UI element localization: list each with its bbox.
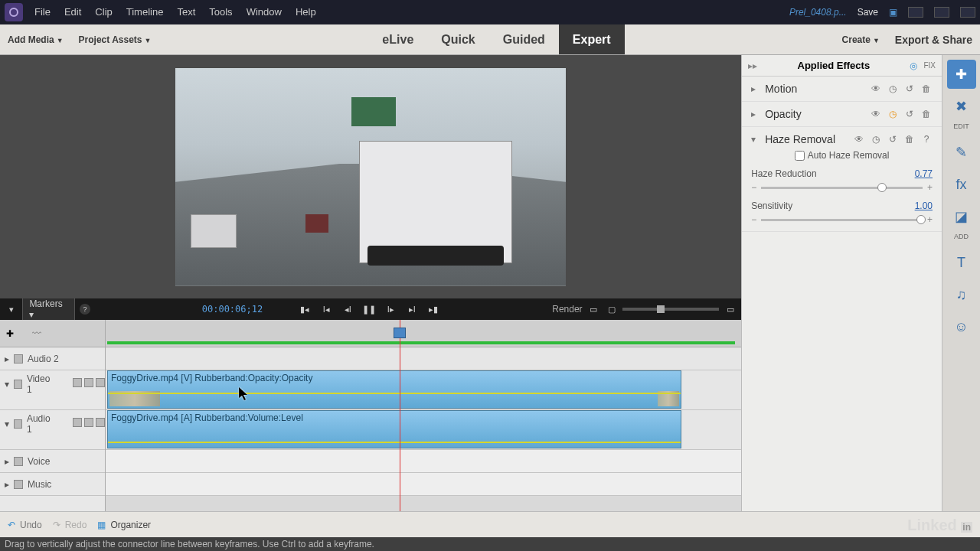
effect-haze-removal[interactable]: ▾ Haze Removal 👁 ◷ ↺ 🗑 ? Auto Haze Remov…: [742, 127, 942, 232]
goto-end-icon[interactable]: ▸▮: [426, 303, 440, 315]
chevron-down-icon[interactable]: ▾: [751, 134, 759, 145]
goto-start-icon[interactable]: ▮◂: [298, 303, 312, 315]
menu-clip[interactable]: Clip: [88, 0, 119, 24]
maximize-button[interactable]: [934, 7, 949, 18]
stopwatch-icon[interactable]: ◷: [887, 108, 899, 120]
filmstrip-icon[interactable]: [14, 380, 22, 389]
trash-icon[interactable]: 🗑: [920, 108, 933, 120]
menu-help[interactable]: Help: [289, 0, 323, 24]
keyframe-next-icon[interactable]: [96, 378, 105, 387]
timeline-zoom-slider[interactable]: [622, 308, 718, 311]
frame-back-icon[interactable]: ◂I: [341, 303, 354, 315]
tool-color[interactable]: ◪: [947, 202, 976, 231]
param-value[interactable]: 0.77: [915, 168, 933, 179]
sensitivity-slider[interactable]: [761, 219, 923, 221]
track-body-area[interactable]: 0;00;00;0000;00;05;0000;00;10;00 FoggyDr…: [106, 320, 741, 511]
expand-icon[interactable]: ▸: [5, 479, 9, 490]
tool-fx[interactable]: fx: [947, 170, 976, 199]
create-button[interactable]: Create▼: [835, 24, 887, 56]
reset-icon[interactable]: ↺: [887, 133, 899, 145]
menu-window[interactable]: Window: [240, 0, 289, 24]
fit-icon[interactable]: ▭: [724, 303, 737, 315]
step-back-icon[interactable]: I◂: [319, 303, 333, 315]
project-assets-button[interactable]: Project Assets▼: [71, 24, 159, 56]
expand-icon[interactable]: ▸: [5, 354, 9, 364]
track-header-audio2[interactable]: ▸ Audio 2: [0, 347, 105, 370]
reset-icon[interactable]: ↺: [903, 83, 916, 95]
close-button[interactable]: [960, 7, 975, 18]
collapse-icon[interactable]: ▾: [5, 419, 9, 429]
increment-icon[interactable]: +: [927, 214, 933, 225]
playhead-handle[interactable]: [394, 328, 406, 338]
param-value[interactable]: 1.00: [915, 201, 933, 211]
expand-icon[interactable]: ▸: [5, 456, 9, 467]
frame-forward-icon[interactable]: I▸: [384, 303, 397, 315]
reset-icon[interactable]: ↺: [903, 108, 916, 120]
chevron-right-icon[interactable]: ▸: [751, 109, 759, 119]
menu-tools[interactable]: Tools: [202, 0, 239, 24]
render-button[interactable]: Render: [552, 304, 582, 315]
eye-icon[interactable]: 👁: [853, 133, 865, 145]
keyframe-next-icon[interactable]: [96, 418, 105, 427]
save-button[interactable]: Save: [858, 7, 878, 18]
auto-haze-checkbox[interactable]: [795, 151, 805, 161]
add-media-button[interactable]: Add Media▼: [0, 24, 71, 56]
tool-fx-pen[interactable]: ✎: [947, 138, 976, 167]
markers-dropdown[interactable]: Markers ▾: [22, 296, 75, 322]
keyframe-prev-icon[interactable]: [73, 378, 82, 387]
organizer-button[interactable]: ▦Organizer: [97, 520, 151, 530]
undo-button[interactable]: ↶Undo: [8, 520, 42, 530]
step-forward-icon[interactable]: ▸I: [405, 303, 419, 315]
mode-guided[interactable]: Guided: [489, 24, 559, 54]
increment-icon[interactable]: +: [927, 182, 933, 193]
redo-button[interactable]: ↷Redo: [53, 520, 87, 530]
mode-expert[interactable]: Expert: [559, 24, 625, 54]
pause-icon[interactable]: ❚❚: [362, 303, 376, 315]
export-share-button[interactable]: Export & Share: [887, 24, 980, 55]
safe-margins-icon[interactable]: ▭: [587, 303, 600, 315]
mic-icon[interactable]: [14, 457, 23, 466]
menu-timeline[interactable]: Timeline: [119, 0, 171, 24]
panel-collapse-icon[interactable]: ▸▸: [748, 60, 757, 71]
menu-edit[interactable]: Edit: [57, 0, 88, 24]
tool-music[interactable]: ♫: [947, 280, 976, 309]
help-icon[interactable]: ?: [920, 133, 933, 145]
mode-elive[interactable]: eLive: [368, 24, 427, 54]
eye-icon[interactable]: 👁: [870, 83, 882, 95]
menu-file[interactable]: File: [28, 0, 57, 24]
work-area-bar[interactable]: [107, 341, 735, 344]
mode-quick[interactable]: Quick: [427, 24, 488, 54]
effect-motion[interactable]: ▸ Motion 👁 ◷ ↺ 🗑: [742, 77, 942, 102]
playhead[interactable]: [400, 320, 400, 511]
collapse-icon[interactable]: ▾: [5, 379, 9, 390]
selection-tool-icon[interactable]: ✚: [6, 328, 14, 339]
razor-tool-icon[interactable]: 〰: [32, 328, 41, 339]
tool-emoji[interactable]: ☺: [947, 312, 976, 341]
track-header-voice[interactable]: ▸ Voice: [0, 450, 105, 473]
eye-icon[interactable]: 👁: [870, 108, 882, 120]
tool-adjust[interactable]: ✚: [947, 60, 976, 89]
decrement-icon[interactable]: −: [751, 182, 756, 193]
help-icon[interactable]: ?: [80, 304, 90, 315]
stopwatch-icon[interactable]: ◷: [870, 133, 882, 145]
tool-fix[interactable]: ✖: [947, 92, 976, 121]
track-header-music[interactable]: ▸ Music: [0, 473, 105, 496]
menu-text[interactable]: Text: [170, 0, 202, 24]
chevron-down-icon[interactable]: ▾: [5, 303, 18, 315]
preview-monitor[interactable]: [0, 55, 741, 298]
stopwatch-icon[interactable]: ◷: [887, 83, 899, 95]
clip-video1[interactable]: FoggyDrive.mp4 [V] Rubberband:Opacity:Op…: [107, 370, 681, 409]
speaker-icon[interactable]: [14, 419, 22, 429]
trash-icon[interactable]: 🗑: [903, 133, 916, 145]
trash-icon[interactable]: 🗑: [920, 83, 933, 95]
minimize-button[interactable]: [908, 7, 923, 18]
chevron-right-icon[interactable]: ▸: [751, 83, 759, 94]
track-header-audio1[interactable]: ▾ Audio 1: [0, 410, 105, 450]
haze-reduction-slider[interactable]: [761, 187, 923, 189]
keyframe-prev-icon[interactable]: [73, 418, 82, 427]
clip-audio1[interactable]: FoggyDrive.mp4 [A] Rubberband:Volume:Lev…: [107, 410, 681, 448]
opacity-rubberband[interactable]: [108, 393, 681, 394]
effect-opacity[interactable]: ▸ Opacity 👁 ◷ ↺ 🗑: [742, 102, 942, 127]
timecode[interactable]: 00:00:06;12: [202, 304, 263, 315]
fullscreen-icon[interactable]: ▢: [605, 303, 618, 315]
